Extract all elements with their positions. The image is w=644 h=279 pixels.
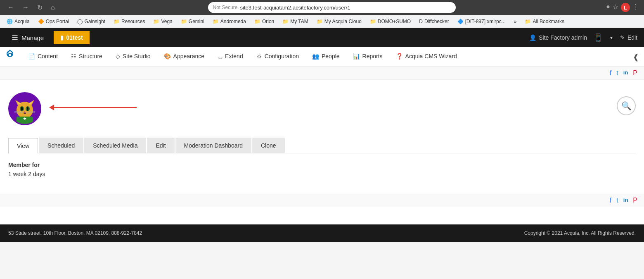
search-button[interactable]: 🔍 xyxy=(617,96,636,115)
resources-icon: 📁 xyxy=(114,19,120,24)
back-button[interactable]: ← xyxy=(5,2,17,13)
tab-moderation-dashboard[interactable]: Moderation Dashboard xyxy=(175,138,251,153)
footer-copyright: Copyright © 2021 Acquia, Inc. All Rights… xyxy=(524,230,636,236)
manage-label: Manage xyxy=(21,34,44,41)
nav-item-people[interactable]: 👥 People xyxy=(305,47,346,67)
bookmark-more[interactable]: » xyxy=(511,18,520,25)
bookmark-diffchecker[interactable]: D Diffchecker xyxy=(416,18,452,25)
user-avatar xyxy=(8,92,41,125)
drupal-nav: 📄 Content ☷ Structure ◇ Site Studio 🎨 Ap… xyxy=(0,47,644,67)
manage-button[interactable]: ☰ Manage xyxy=(7,33,49,42)
bookmark-label: My TAM xyxy=(290,19,308,24)
structure-icon: ☷ xyxy=(71,53,76,60)
footer: 53 State street, 10th Floor, Boston, MA … xyxy=(0,224,644,242)
home-button[interactable]: ⌂ xyxy=(48,2,57,13)
drupal-logo[interactable] xyxy=(5,50,15,64)
search-icon: 🔍 xyxy=(621,101,632,111)
tab-clone[interactable]: Clone xyxy=(252,138,285,153)
linkedin-bottom-icon[interactable]: in xyxy=(623,197,628,204)
pinterest-icon[interactable]: P xyxy=(633,69,637,77)
site-studio-icon: ◇ xyxy=(116,53,120,60)
andromeda-icon: 📁 xyxy=(213,19,219,24)
tab-view[interactable]: View xyxy=(8,138,38,153)
nav-collapse-icon[interactable]: ❰ xyxy=(633,52,639,62)
arrow-head xyxy=(49,105,54,110)
edit-button[interactable]: ✎ Edit xyxy=(620,34,637,41)
content-section: Member for 1 week 2 days xyxy=(0,153,644,186)
site-tab-icon: ▮ xyxy=(60,34,64,41)
site-tab[interactable]: ▮ 01test xyxy=(54,31,89,44)
tab-edit-label: Edit xyxy=(156,142,166,149)
user-icon: 👤 xyxy=(529,34,536,41)
footer-address: 53 State street, 10th Floor, Boston, MA … xyxy=(8,230,142,236)
bookmark-all[interactable]: 📁 All Bookmarks xyxy=(521,18,568,25)
bookmark-label: Resources xyxy=(121,19,145,24)
menu-icon[interactable]: ⋮ xyxy=(632,3,639,12)
facebook-icon[interactable]: f xyxy=(610,69,611,77)
twitter-bottom-icon[interactable]: t xyxy=(616,197,618,204)
nav-item-reports[interactable]: 📊 Reports xyxy=(346,47,389,67)
forward-button[interactable]: → xyxy=(20,2,31,13)
bookmark-andromeda[interactable]: 📁 Andromeda xyxy=(209,18,249,25)
my-tam-icon: 📁 xyxy=(282,19,289,24)
admin-user[interactable]: 👤 Site Factory admin xyxy=(529,34,587,41)
nav-item-label: Structure xyxy=(79,53,102,60)
tabs-container: View Scheduled Scheduled Media Edit Mode… xyxy=(8,138,636,153)
svg-point-8 xyxy=(21,107,23,111)
extension-icon-2[interactable]: ☆ xyxy=(613,3,618,12)
social-bar-bottom: f t in P xyxy=(0,194,644,207)
svg-point-9 xyxy=(27,107,28,111)
reports-icon: 📊 xyxy=(353,53,360,60)
ops-portal-icon: 🔶 xyxy=(38,19,44,24)
nav-item-structure[interactable]: ☷ Structure xyxy=(64,47,109,67)
main-content: 🔍 View Scheduled Scheduled Media Edit Mo… xyxy=(0,80,644,224)
profile-icon[interactable]: L xyxy=(621,3,630,12)
nav-item-extend[interactable]: ◡ Extend xyxy=(211,47,250,67)
bookmark-resources[interactable]: 📁 Resources xyxy=(110,18,148,25)
facebook-bottom-icon[interactable]: f xyxy=(610,197,611,204)
tab-edit[interactable]: Edit xyxy=(147,138,174,153)
nav-item-content[interactable]: 📄 Content xyxy=(21,47,64,67)
pinterest-bottom-icon[interactable]: P xyxy=(633,197,637,204)
nav-item-label: Reports xyxy=(362,53,383,60)
nav-item-acquia-wizard[interactable]: ❓ Acquia CMS Wizard xyxy=(389,47,464,67)
bookmark-domo[interactable]: 📁 DOMO+SUMO xyxy=(367,18,414,25)
admin-bar: ☰ Manage ▮ 01test 👤 Site Factory admin 📱… xyxy=(0,28,644,47)
refresh-button[interactable]: ↻ xyxy=(35,2,45,13)
tab-scheduled-media-label: Scheduled Media xyxy=(93,142,137,149)
bookmark-my-tam[interactable]: 📁 My TAM xyxy=(279,18,312,25)
bookmark-acquia-cloud[interactable]: 📁 My Acquia Cloud xyxy=(313,18,365,25)
nav-item-configuration[interactable]: ⛭ Configuration xyxy=(250,47,305,67)
nav-item-appearance[interactable]: 🎨 Appearance xyxy=(157,47,211,67)
bookmark-orion[interactable]: 📁 Orion xyxy=(251,18,277,25)
tab-clone-label: Clone xyxy=(261,142,276,149)
all-bookmarks-icon: 📁 xyxy=(525,19,531,24)
nav-item-label: Site Studio xyxy=(123,53,151,60)
bookmark-label: Andromeda xyxy=(220,19,246,24)
nav-item-site-studio[interactable]: ◇ Site Studio xyxy=(109,47,157,67)
nav-item-label: Configuration xyxy=(265,53,299,60)
bookmark-acquia[interactable]: 🌐 Acquia xyxy=(3,18,33,25)
arrow-line xyxy=(54,107,137,108)
bookmark-vega[interactable]: 📁 Vega xyxy=(150,18,175,25)
bookmark-dit[interactable]: 🔷 [DIT-897] xmlrpc... xyxy=(454,18,509,25)
device-icon[interactable]: 📱 xyxy=(594,33,603,42)
twitter-icon[interactable]: t xyxy=(616,69,618,77)
browser-chrome: ← → ↻ ⌂ Not Secure site3.test-acquiatam2… xyxy=(0,0,644,15)
extension-icon-1[interactable]: ● xyxy=(606,3,610,12)
member-for-label: Member for xyxy=(8,162,636,168)
tab-scheduled[interactable]: Scheduled xyxy=(39,138,83,153)
nav-item-label: Acquia CMS Wizard xyxy=(405,53,457,60)
tab-view-label: View xyxy=(17,143,29,149)
device-chevron[interactable]: ▼ xyxy=(609,36,613,40)
pencil-icon: ✎ xyxy=(620,34,625,41)
tab-scheduled-media[interactable]: Scheduled Media xyxy=(84,138,146,153)
address-bar[interactable]: Not Secure site3.test-acquiatam2.acsitef… xyxy=(208,2,456,13)
nav-item-label: People xyxy=(322,53,340,60)
bookmark-ops-portal[interactable]: 🔶 Ops Portal xyxy=(35,18,73,25)
browser-right-icons: ● ☆ L ⋮ xyxy=(606,3,639,12)
bookmark-gainsight[interactable]: ◯ Gainsight xyxy=(74,18,109,25)
configuration-icon: ⛭ xyxy=(256,53,262,60)
linkedin-icon[interactable]: in xyxy=(623,69,628,77)
bookmark-gemini[interactable]: 📁 Gemini xyxy=(178,18,208,25)
